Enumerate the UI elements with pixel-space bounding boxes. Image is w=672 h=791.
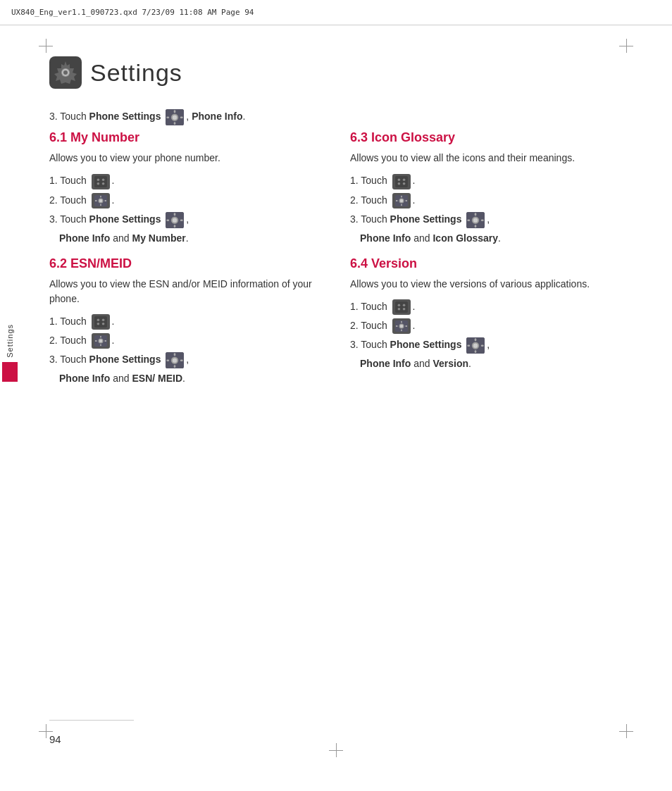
- svg-rect-85: [481, 344, 484, 347]
- settings-page-icon: [49, 56, 82, 89]
- svg-point-70: [397, 308, 400, 311]
- step-6-3-3-cont: Phone Info and Icon Glossary.: [350, 230, 623, 246]
- two-col-layout: 6.1 My Number Allows you to view your ph…: [49, 127, 623, 397]
- section-6-2-body: Allows you to view the ESN and/or MEID i…: [49, 277, 322, 306]
- svg-point-30: [97, 318, 99, 321]
- step-6-1-2-icon: [92, 193, 110, 208]
- section-6-2-heading: 6.2 ESN/MEID: [49, 256, 322, 271]
- step-6-3-3: 3. Touch Phone Settings ,: [350, 211, 623, 228]
- page-title: Settings: [90, 59, 182, 87]
- reg-mark-center-bottom: [329, 743, 343, 757]
- col-left: 6.1 My Number Allows you to view your ph…: [49, 127, 322, 397]
- svg-rect-57: [401, 204, 402, 206]
- svg-rect-63: [475, 213, 477, 216]
- svg-point-2: [63, 70, 68, 75]
- side-tab: Settings: [0, 324, 20, 401]
- svg-rect-29: [94, 316, 107, 328]
- section-6-3-heading: 6.3 Icon Glossary: [350, 130, 623, 145]
- intro-step3-bold: Phone Settings: [89, 111, 161, 122]
- intro-step3-num: 3. Touch: [49, 111, 89, 122]
- step-6-2-2-icon: [92, 333, 110, 349]
- svg-rect-45: [174, 365, 176, 368]
- svg-rect-39: [94, 340, 97, 342]
- svg-point-55: [399, 199, 403, 203]
- col-right: 6.3 Icon Glossary Allows you to view all…: [350, 127, 623, 397]
- svg-point-31: [101, 318, 104, 321]
- section-6-3-body: Allows you to view all the icons and the…: [350, 151, 623, 166]
- svg-point-11: [97, 178, 99, 181]
- step-6-2-1: 1. Touch .: [49, 313, 322, 330]
- svg-rect-46: [167, 359, 170, 361]
- svg-rect-67: [395, 301, 408, 313]
- svg-rect-78: [405, 325, 407, 327]
- step-6-1-3: 3. Touch Phone Settings ,: [49, 211, 322, 228]
- svg-rect-20: [94, 200, 97, 201]
- intro-step3-phone-info: Phone Info: [192, 111, 242, 122]
- section-6-3: 6.3 Icon Glossary Allows you to view all…: [350, 130, 623, 246]
- svg-rect-83: [475, 350, 477, 353]
- svg-point-68: [397, 304, 400, 306]
- svg-point-14: [101, 182, 104, 185]
- svg-point-50: [402, 178, 405, 181]
- step-6-4-3-icon: [466, 337, 485, 353]
- section-6-2: 6.2 ESN/MEID Allows you to view the ESN …: [49, 256, 322, 387]
- bottom-divider: [49, 720, 134, 721]
- step-6-1-1-icon: [92, 174, 110, 189]
- svg-point-12: [101, 178, 104, 181]
- svg-point-5: [173, 115, 177, 119]
- step-6-2-3-icon: [166, 352, 184, 368]
- step-6-1-3-icon: [166, 212, 184, 228]
- svg-rect-76: [401, 330, 402, 332]
- svg-point-33: [101, 323, 104, 325]
- svg-point-24: [173, 218, 177, 222]
- svg-point-69: [402, 304, 405, 306]
- svg-rect-75: [401, 321, 402, 323]
- svg-point-49: [397, 178, 400, 181]
- svg-point-71: [402, 308, 405, 311]
- step-6-3-2-icon: [392, 193, 411, 208]
- svg-rect-84: [468, 344, 471, 347]
- svg-rect-7: [174, 122, 176, 125]
- svg-rect-8: [167, 116, 170, 118]
- side-tab-label: Settings: [6, 324, 14, 358]
- svg-rect-6: [174, 110, 176, 113]
- step-6-2-1-icon: [92, 314, 110, 330]
- svg-rect-82: [475, 338, 477, 341]
- svg-point-13: [97, 182, 99, 185]
- step-6-1-3-cont: Phone Info and My Number.: [49, 230, 322, 246]
- svg-rect-38: [100, 344, 101, 347]
- svg-rect-56: [401, 196, 402, 198]
- step-6-4-2-icon: [392, 318, 411, 334]
- svg-point-74: [399, 325, 403, 328]
- svg-point-36: [99, 340, 102, 343]
- svg-point-17: [99, 199, 102, 203]
- header-bar: UX840_Eng_ver1.1_090723.qxd 7/23/09 11:0…: [0, 0, 672, 25]
- step-6-2-3: 3. Touch Phone Settings ,: [49, 351, 322, 368]
- section-6-4-heading: 6.4 Version: [350, 256, 623, 271]
- section-6-4-body: Allows you to view the versions of vario…: [350, 277, 623, 292]
- step-6-3-3-icon: [466, 212, 485, 228]
- step-6-4-1-icon: [392, 299, 411, 315]
- step-6-4-3: 3. Touch Phone Settings ,: [350, 337, 623, 353]
- svg-rect-18: [100, 196, 101, 198]
- section-6-1-body: Allows you to view your phone number.: [49, 151, 322, 166]
- step-6-3-2: 2. Touch .: [350, 192, 623, 208]
- svg-rect-40: [104, 340, 106, 342]
- svg-rect-27: [167, 219, 170, 221]
- svg-rect-58: [395, 200, 397, 201]
- svg-rect-25: [174, 213, 176, 216]
- step-6-3-1: 1. Touch .: [350, 173, 623, 189]
- intro-settings-icon: [166, 109, 184, 125]
- side-tab-bar: [2, 362, 18, 382]
- step-6-4-2: 2. Touch .: [350, 318, 623, 334]
- section-6-4: 6.4 Version Allows you to view the versi…: [350, 256, 623, 372]
- svg-point-62: [473, 218, 478, 222]
- page-number: 94: [49, 733, 61, 745]
- step-6-4-3-cont: Phone Info and Version.: [350, 356, 623, 371]
- step-6-2-3-cont: Phone Info and ESN/ MEID.: [49, 370, 322, 386]
- svg-point-52: [402, 182, 405, 185]
- svg-rect-19: [100, 204, 101, 206]
- intro-step3: 3. Touch Phone Settings , Phone Info.: [49, 108, 623, 125]
- svg-point-81: [473, 343, 478, 347]
- svg-rect-64: [475, 225, 477, 228]
